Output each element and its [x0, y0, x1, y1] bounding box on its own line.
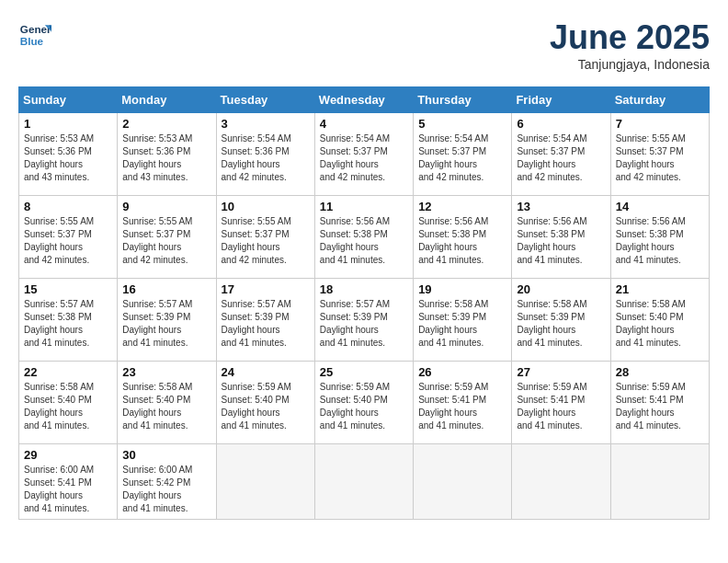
day-number: 27: [517, 365, 605, 379]
calendar-week-row: 22 Sunrise: 5:58 AM Sunset: 5:40 PM Dayl…: [19, 362, 710, 444]
day-number: 22: [24, 365, 112, 379]
day-number: 19: [418, 282, 506, 296]
table-row: 11 Sunrise: 5:56 AM Sunset: 5:38 PM Dayl…: [314, 196, 413, 279]
day-info: Sunrise: 5:57 AM Sunset: 5:39 PM Dayligh…: [222, 298, 310, 350]
table-row: 6 Sunrise: 5:54 AM Sunset: 5:37 PM Dayli…: [512, 113, 610, 196]
day-info: Sunrise: 5:53 AM Sunset: 5:36 PM Dayligh…: [24, 132, 112, 184]
table-row: 10 Sunrise: 5:55 AM Sunset: 5:37 PM Dayl…: [216, 196, 314, 279]
month-title: June 2025: [550, 18, 710, 57]
location: Tanjungjaya, Indonesia: [550, 57, 710, 72]
day-number: 16: [122, 282, 210, 296]
col-sunday: Sunday: [19, 87, 118, 113]
day-info: Sunrise: 5:55 AM Sunset: 5:37 PM Dayligh…: [616, 132, 704, 184]
table-row: [610, 444, 709, 520]
table-row: 26 Sunrise: 5:59 AM Sunset: 5:41 PM Dayl…: [414, 362, 512, 444]
day-number: 26: [418, 365, 506, 379]
col-wednesday: Wednesday: [314, 87, 413, 113]
calendar-table: Sunday Monday Tuesday Wednesday Thursday…: [18, 86, 710, 520]
logo: General Blue: [18, 18, 51, 52]
table-row: 19 Sunrise: 5:58 AM Sunset: 5:39 PM Dayl…: [414, 279, 512, 362]
day-number: 4: [320, 117, 408, 131]
day-number: 17: [222, 282, 310, 296]
day-number: 10: [222, 200, 310, 213]
day-number: 30: [122, 448, 210, 462]
table-row: 17 Sunrise: 5:57 AM Sunset: 5:39 PM Dayl…: [216, 279, 314, 362]
day-number: 24: [222, 365, 310, 379]
table-row: 23 Sunrise: 5:58 AM Sunset: 5:40 PM Dayl…: [118, 362, 216, 444]
day-info: Sunrise: 5:59 AM Sunset: 5:41 PM Dayligh…: [616, 381, 704, 432]
day-number: 6: [517, 117, 605, 131]
table-row: 13 Sunrise: 5:56 AM Sunset: 5:38 PM Dayl…: [512, 196, 610, 279]
table-row: 25 Sunrise: 5:59 AM Sunset: 5:40 PM Dayl…: [314, 362, 413, 444]
table-row: 18 Sunrise: 5:57 AM Sunset: 5:39 PM Dayl…: [314, 279, 413, 362]
col-tuesday: Tuesday: [216, 87, 314, 113]
day-number: 25: [320, 365, 408, 379]
day-info: Sunrise: 5:58 AM Sunset: 5:40 PM Dayligh…: [616, 298, 704, 350]
page-header: General Blue June 2025 Tanjungjaya, Indo…: [18, 18, 710, 72]
calendar-header-row: Sunday Monday Tuesday Wednesday Thursday…: [19, 87, 710, 113]
day-number: 29: [24, 448, 112, 462]
day-info: Sunrise: 5:55 AM Sunset: 5:37 PM Dayligh…: [122, 215, 210, 267]
day-info: Sunrise: 5:55 AM Sunset: 5:37 PM Dayligh…: [24, 215, 112, 267]
day-number: 12: [418, 200, 506, 213]
day-info: Sunrise: 5:59 AM Sunset: 5:40 PM Dayligh…: [320, 381, 408, 432]
day-info: Sunrise: 5:59 AM Sunset: 5:40 PM Dayligh…: [222, 381, 310, 432]
col-friday: Friday: [512, 87, 610, 113]
table-row: 24 Sunrise: 5:59 AM Sunset: 5:40 PM Dayl…: [216, 362, 314, 444]
day-number: 28: [616, 365, 704, 379]
calendar-week-row: 8 Sunrise: 5:55 AM Sunset: 5:37 PM Dayli…: [19, 196, 710, 279]
table-row: 28 Sunrise: 5:59 AM Sunset: 5:41 PM Dayl…: [610, 362, 709, 444]
day-info: Sunrise: 5:56 AM Sunset: 5:38 PM Dayligh…: [320, 215, 408, 267]
table-row: [512, 444, 610, 520]
day-info: Sunrise: 5:54 AM Sunset: 5:37 PM Dayligh…: [320, 132, 408, 184]
day-info: Sunrise: 5:53 AM Sunset: 5:36 PM Dayligh…: [122, 132, 210, 184]
day-number: 15: [24, 282, 112, 296]
day-number: 18: [320, 282, 408, 296]
table-row: [414, 444, 512, 520]
day-number: 13: [517, 200, 605, 213]
day-info: Sunrise: 5:57 AM Sunset: 5:38 PM Dayligh…: [24, 298, 112, 350]
day-info: Sunrise: 5:55 AM Sunset: 5:37 PM Dayligh…: [222, 215, 310, 267]
day-info: Sunrise: 5:58 AM Sunset: 5:40 PM Dayligh…: [122, 381, 210, 432]
svg-text:Blue: Blue: [20, 35, 44, 47]
day-info: Sunrise: 5:54 AM Sunset: 5:36 PM Dayligh…: [222, 132, 310, 184]
day-number: 7: [616, 117, 704, 131]
table-row: 2 Sunrise: 5:53 AM Sunset: 5:36 PM Dayli…: [118, 113, 216, 196]
day-number: 11: [320, 200, 408, 213]
day-info: Sunrise: 5:58 AM Sunset: 5:39 PM Dayligh…: [418, 298, 506, 350]
day-info: Sunrise: 5:56 AM Sunset: 5:38 PM Dayligh…: [616, 215, 704, 267]
col-saturday: Saturday: [610, 87, 709, 113]
day-info: Sunrise: 5:59 AM Sunset: 5:41 PM Dayligh…: [418, 381, 506, 432]
day-number: 8: [24, 200, 112, 213]
table-row: 22 Sunrise: 5:58 AM Sunset: 5:40 PM Dayl…: [19, 362, 118, 444]
day-info: Sunrise: 5:56 AM Sunset: 5:38 PM Dayligh…: [418, 215, 506, 267]
day-info: Sunrise: 5:54 AM Sunset: 5:37 PM Dayligh…: [517, 132, 605, 184]
table-row: [216, 444, 314, 520]
table-row: 27 Sunrise: 5:59 AM Sunset: 5:41 PM Dayl…: [512, 362, 610, 444]
table-row: 7 Sunrise: 5:55 AM Sunset: 5:37 PM Dayli…: [610, 113, 709, 196]
svg-text:General: General: [20, 23, 51, 35]
title-block: June 2025 Tanjungjaya, Indonesia: [550, 18, 710, 72]
day-info: Sunrise: 5:54 AM Sunset: 5:37 PM Dayligh…: [418, 132, 506, 184]
table-row: 21 Sunrise: 5:58 AM Sunset: 5:40 PM Dayl…: [610, 279, 709, 362]
day-number: 3: [222, 117, 310, 131]
day-number: 5: [418, 117, 506, 131]
day-info: Sunrise: 6:00 AM Sunset: 5:42 PM Dayligh…: [122, 464, 210, 515]
table-row: 30 Sunrise: 6:00 AM Sunset: 5:42 PM Dayl…: [118, 444, 216, 520]
day-number: 2: [122, 117, 210, 131]
table-row: 1 Sunrise: 5:53 AM Sunset: 5:36 PM Dayli…: [19, 113, 118, 196]
logo-icon: General Blue: [18, 18, 51, 52]
table-row: 16 Sunrise: 5:57 AM Sunset: 5:39 PM Dayl…: [118, 279, 216, 362]
table-row: 12 Sunrise: 5:56 AM Sunset: 5:38 PM Dayl…: [414, 196, 512, 279]
day-number: 9: [122, 200, 210, 213]
table-row: 8 Sunrise: 5:55 AM Sunset: 5:37 PM Dayli…: [19, 196, 118, 279]
day-info: Sunrise: 5:57 AM Sunset: 5:39 PM Dayligh…: [122, 298, 210, 350]
col-thursday: Thursday: [414, 87, 512, 113]
calendar-week-row: 1 Sunrise: 5:53 AM Sunset: 5:36 PM Dayli…: [19, 113, 710, 196]
day-number: 21: [616, 282, 704, 296]
day-info: Sunrise: 5:56 AM Sunset: 5:38 PM Dayligh…: [517, 215, 605, 267]
table-row: 15 Sunrise: 5:57 AM Sunset: 5:38 PM Dayl…: [19, 279, 118, 362]
day-info: Sunrise: 5:59 AM Sunset: 5:41 PM Dayligh…: [517, 381, 605, 432]
day-number: 14: [616, 200, 704, 213]
day-number: 23: [122, 365, 210, 379]
